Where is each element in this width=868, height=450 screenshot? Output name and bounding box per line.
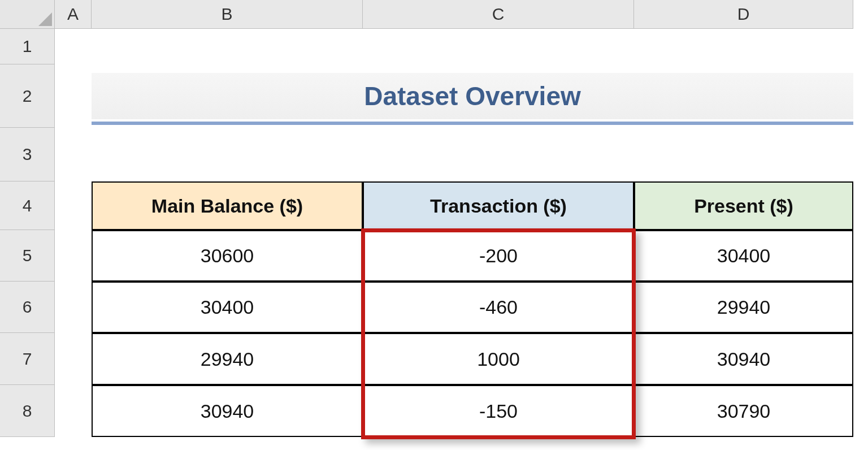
cell-B8[interactable]: 30940 <box>92 385 363 437</box>
title-text: Dataset Overview <box>364 81 581 111</box>
cell-C6-value: -460 <box>479 296 518 318</box>
cell-B5[interactable]: 30600 <box>92 230 363 282</box>
title-underline <box>92 122 853 125</box>
grid-area[interactable]: Dataset Overview Main Balance ($) Transa… <box>55 29 868 450</box>
col-header-B[interactable]: B <box>92 0 363 29</box>
select-all-corner[interactable] <box>0 0 55 29</box>
row-header-1[interactable]: 1 <box>0 29 55 64</box>
header-present[interactable]: Present ($) <box>634 181 853 230</box>
row-header-8[interactable]: 8 <box>0 385 55 437</box>
row-header-6[interactable]: 6 <box>0 282 55 333</box>
cell-D7[interactable]: 30940 <box>634 333 853 385</box>
cell-C8-value: -150 <box>479 400 518 422</box>
cell-B5-value: 30600 <box>201 245 254 267</box>
header-main-balance[interactable]: Main Balance ($) <box>92 181 363 230</box>
cell-B8-value: 30940 <box>201 400 254 422</box>
cell-C5[interactable]: -200 <box>363 230 634 282</box>
col-header-A[interactable]: A <box>55 0 92 29</box>
row-header-3[interactable]: 3 <box>0 128 55 181</box>
column-headers: A B C D <box>0 0 853 29</box>
header-transaction[interactable]: Transaction ($) <box>363 181 634 230</box>
title-banner[interactable]: Dataset Overview <box>92 73 853 119</box>
row-header-5[interactable]: 5 <box>0 230 55 282</box>
select-all-triangle-icon <box>38 12 52 26</box>
row-header-4[interactable]: 4 <box>0 181 55 230</box>
cell-D6-value: 29940 <box>717 296 771 318</box>
cell-C6[interactable]: -460 <box>363 282 634 333</box>
cell-B7[interactable]: 29940 <box>92 333 363 385</box>
cell-D6[interactable]: 29940 <box>634 282 853 333</box>
header-transaction-label: Transaction ($) <box>430 195 567 217</box>
cell-D7-value: 30940 <box>717 348 771 370</box>
col-header-D[interactable]: D <box>634 0 853 29</box>
row-headers: 1 2 3 4 5 6 7 8 <box>0 29 55 437</box>
header-present-label: Present ($) <box>694 195 793 217</box>
cell-D5[interactable]: 30400 <box>634 230 853 282</box>
cell-B6-value: 30400 <box>201 296 254 318</box>
col-header-C[interactable]: C <box>363 0 634 29</box>
cell-D8[interactable]: 30790 <box>634 385 853 437</box>
row-header-7[interactable]: 7 <box>0 333 55 385</box>
cell-B6[interactable]: 30400 <box>92 282 363 333</box>
cell-D5-value: 30400 <box>717 245 771 267</box>
cell-D8-value: 30790 <box>717 400 771 422</box>
header-main-balance-label: Main Balance ($) <box>151 195 303 217</box>
cell-C8[interactable]: -150 <box>363 385 634 437</box>
cell-C7[interactable]: 1000 <box>363 333 634 385</box>
svg-marker-0 <box>38 12 52 26</box>
spreadsheet: A B C D 1 2 3 4 5 6 7 8 Dataset Overview… <box>0 0 868 450</box>
row-header-2[interactable]: 2 <box>0 64 55 128</box>
cell-B7-value: 29940 <box>201 348 254 370</box>
cell-C5-value: -200 <box>479 245 518 267</box>
cell-C7-value: 1000 <box>477 348 520 370</box>
